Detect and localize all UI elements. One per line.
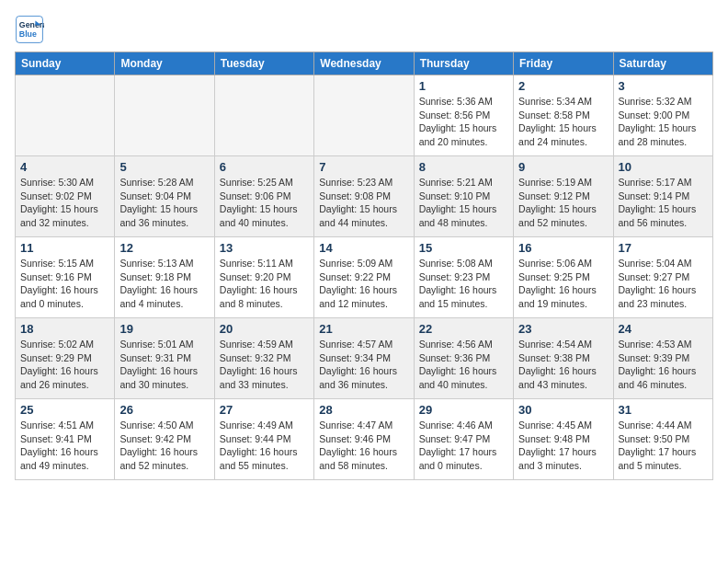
day-info: Sunrise: 5:34 AM Sunset: 8:58 PM Dayligh… [518,95,608,149]
day-number: 11 [20,241,109,255]
calendar-cell: 26Sunrise: 4:50 AM Sunset: 9:42 PM Dayli… [115,399,214,480]
day-number: 29 [419,403,508,417]
calendar-cell: 24Sunrise: 4:53 AM Sunset: 9:39 PM Dayli… [613,318,712,399]
weekday-header-friday: Friday [514,52,613,75]
calendar-cell [16,75,115,156]
day-number: 26 [119,403,209,417]
calendar-cell: 9Sunrise: 5:19 AM Sunset: 9:12 PM Daylig… [514,156,613,237]
calendar-week-1: 1Sunrise: 5:36 AM Sunset: 8:56 PM Daylig… [16,75,713,156]
calendar-cell: 5Sunrise: 5:28 AM Sunset: 9:04 PM Daylig… [115,156,214,237]
day-number: 24 [619,322,708,336]
calendar-cell: 21Sunrise: 4:57 AM Sunset: 9:34 PM Dayli… [314,318,414,399]
calendar-cell: 22Sunrise: 4:56 AM Sunset: 9:36 PM Dayli… [414,318,513,399]
day-info: Sunrise: 4:57 AM Sunset: 9:34 PM Dayligh… [319,338,408,392]
calendar-cell: 3Sunrise: 5:32 AM Sunset: 9:00 PM Daylig… [613,75,712,156]
day-info: Sunrise: 4:50 AM Sunset: 9:42 PM Dayligh… [119,419,209,473]
calendar-week-3: 11Sunrise: 5:15 AM Sunset: 9:16 PM Dayli… [16,237,713,318]
calendar-cell: 17Sunrise: 5:04 AM Sunset: 9:27 PM Dayli… [613,237,712,318]
day-number: 5 [119,160,209,174]
day-number: 13 [220,241,309,255]
calendar-cell: 13Sunrise: 5:11 AM Sunset: 9:20 PM Dayli… [214,237,313,318]
day-info: Sunrise: 4:44 AM Sunset: 9:50 PM Dayligh… [619,419,708,473]
day-number: 16 [518,241,608,255]
calendar-cell: 20Sunrise: 4:59 AM Sunset: 9:32 PM Dayli… [214,318,313,399]
calendar-cell: 7Sunrise: 5:23 AM Sunset: 9:08 PM Daylig… [314,156,414,237]
day-info: Sunrise: 5:15 AM Sunset: 9:16 PM Dayligh… [20,257,109,311]
weekday-header-saturday: Saturday [613,52,712,75]
day-number: 17 [619,241,708,255]
day-number: 22 [419,322,508,336]
calendar-cell: 6Sunrise: 5:25 AM Sunset: 9:06 PM Daylig… [214,156,313,237]
day-number: 28 [319,403,408,417]
day-info: Sunrise: 4:49 AM Sunset: 9:44 PM Dayligh… [220,419,309,473]
logo: General Blue [15,15,48,44]
calendar-cell: 15Sunrise: 5:08 AM Sunset: 9:23 PM Dayli… [414,237,513,318]
day-info: Sunrise: 5:09 AM Sunset: 9:22 PM Dayligh… [319,257,408,311]
day-info: Sunrise: 4:47 AM Sunset: 9:46 PM Dayligh… [319,419,408,473]
weekday-header-thursday: Thursday [414,52,513,75]
day-info: Sunrise: 5:28 AM Sunset: 9:04 PM Dayligh… [119,176,209,230]
day-number: 3 [619,79,708,93]
day-number: 20 [220,322,309,336]
day-number: 2 [518,79,608,93]
day-info: Sunrise: 5:36 AM Sunset: 8:56 PM Dayligh… [419,95,508,149]
calendar-week-5: 25Sunrise: 4:51 AM Sunset: 9:41 PM Dayli… [16,399,713,480]
calendar-cell: 2Sunrise: 5:34 AM Sunset: 8:58 PM Daylig… [514,75,613,156]
day-number: 1 [419,79,508,93]
day-number: 10 [619,160,708,174]
calendar-cell: 30Sunrise: 4:45 AM Sunset: 9:48 PM Dayli… [514,399,613,480]
day-info: Sunrise: 5:32 AM Sunset: 9:00 PM Dayligh… [619,95,708,149]
day-info: Sunrise: 5:04 AM Sunset: 9:27 PM Dayligh… [619,257,708,311]
day-info: Sunrise: 4:45 AM Sunset: 9:48 PM Dayligh… [518,419,608,473]
calendar-week-2: 4Sunrise: 5:30 AM Sunset: 9:02 PM Daylig… [16,156,713,237]
day-number: 8 [419,160,508,174]
day-number: 14 [319,241,408,255]
day-info: Sunrise: 4:53 AM Sunset: 9:39 PM Dayligh… [619,338,708,392]
day-info: Sunrise: 4:51 AM Sunset: 9:41 PM Dayligh… [20,419,109,473]
calendar-cell: 16Sunrise: 5:06 AM Sunset: 9:25 PM Dayli… [514,237,613,318]
calendar-cell: 14Sunrise: 5:09 AM Sunset: 9:22 PM Dayli… [314,237,414,318]
calendar-cell: 4Sunrise: 5:30 AM Sunset: 9:02 PM Daylig… [16,156,115,237]
day-number: 12 [119,241,209,255]
weekday-header-monday: Monday [115,52,214,75]
calendar-cell: 11Sunrise: 5:15 AM Sunset: 9:16 PM Dayli… [16,237,115,318]
day-number: 6 [220,160,309,174]
calendar-cell: 19Sunrise: 5:01 AM Sunset: 9:31 PM Dayli… [115,318,214,399]
calendar-cell: 1Sunrise: 5:36 AM Sunset: 8:56 PM Daylig… [414,75,513,156]
day-info: Sunrise: 4:54 AM Sunset: 9:38 PM Dayligh… [518,338,608,392]
day-info: Sunrise: 5:06 AM Sunset: 9:25 PM Dayligh… [518,257,608,311]
calendar: SundayMondayTuesdayWednesdayThursdayFrid… [15,52,713,480]
calendar-cell: 23Sunrise: 4:54 AM Sunset: 9:38 PM Dayli… [514,318,613,399]
day-info: Sunrise: 5:30 AM Sunset: 9:02 PM Dayligh… [20,176,109,230]
calendar-cell: 8Sunrise: 5:21 AM Sunset: 9:10 PM Daylig… [414,156,513,237]
calendar-cell: 31Sunrise: 4:44 AM Sunset: 9:50 PM Dayli… [613,399,712,480]
day-info: Sunrise: 5:25 AM Sunset: 9:06 PM Dayligh… [220,176,309,230]
logo-icon: General Blue [15,15,44,44]
calendar-cell: 12Sunrise: 5:13 AM Sunset: 9:18 PM Dayli… [115,237,214,318]
calendar-cell: 28Sunrise: 4:47 AM Sunset: 9:46 PM Dayli… [314,399,414,480]
svg-text:Blue: Blue [19,29,37,39]
day-number: 4 [20,160,109,174]
day-number: 19 [119,322,209,336]
day-info: Sunrise: 4:46 AM Sunset: 9:47 PM Dayligh… [419,419,508,473]
calendar-cell: 25Sunrise: 4:51 AM Sunset: 9:41 PM Dayli… [16,399,115,480]
day-number: 23 [518,322,608,336]
calendar-body: 1Sunrise: 5:36 AM Sunset: 8:56 PM Daylig… [16,75,713,480]
day-number: 21 [319,322,408,336]
day-number: 31 [619,403,708,417]
page-header: General Blue [15,15,713,44]
day-number: 7 [319,160,408,174]
day-info: Sunrise: 5:13 AM Sunset: 9:18 PM Dayligh… [119,257,209,311]
day-info: Sunrise: 4:56 AM Sunset: 9:36 PM Dayligh… [419,338,508,392]
day-info: Sunrise: 4:59 AM Sunset: 9:32 PM Dayligh… [220,338,309,392]
calendar-cell: 29Sunrise: 4:46 AM Sunset: 9:47 PM Dayli… [414,399,513,480]
calendar-cell [314,75,414,156]
weekday-header-tuesday: Tuesday [214,52,313,75]
day-number: 30 [518,403,608,417]
day-info: Sunrise: 5:23 AM Sunset: 9:08 PM Dayligh… [319,176,408,230]
calendar-week-4: 18Sunrise: 5:02 AM Sunset: 9:29 PM Dayli… [16,318,713,399]
day-info: Sunrise: 5:11 AM Sunset: 9:20 PM Dayligh… [220,257,309,311]
day-info: Sunrise: 5:19 AM Sunset: 9:12 PM Dayligh… [518,176,608,230]
day-info: Sunrise: 5:17 AM Sunset: 9:14 PM Dayligh… [619,176,708,230]
day-info: Sunrise: 5:02 AM Sunset: 9:29 PM Dayligh… [20,338,109,392]
